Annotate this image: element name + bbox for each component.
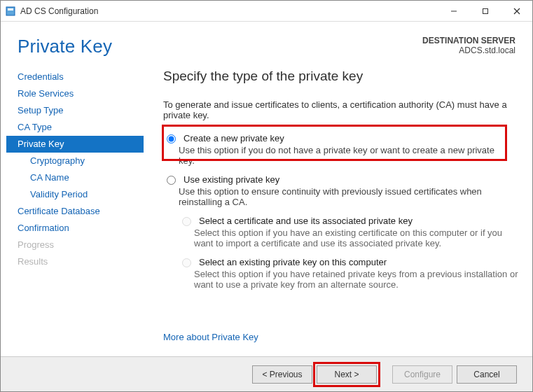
minimize-button[interactable]	[438, 1, 469, 21]
radio-select-cert-label: Select a certificate and use its associa…	[199, 216, 413, 226]
sidebar-item-setup-type[interactable]: Setup Type	[6, 102, 144, 119]
radio-select-existing-desc: Select this option if you have retained …	[194, 269, 518, 290]
sidebar-item-progress: Progress	[6, 237, 144, 253]
radio-create-new-desc: Use this option if you do not have a pri…	[179, 145, 510, 166]
configure-button[interactable]: Configure	[392, 365, 452, 384]
radio-select-cert-desc: Select this option if you have an existi…	[194, 227, 518, 248]
intro-text: To generate and issue certificates to cl…	[163, 99, 518, 120]
option-create-group: Create a new private key Use this option…	[158, 129, 515, 166]
radio-create-new-input[interactable]	[167, 134, 176, 144]
radio-use-existing[interactable]: Use existing private key	[163, 174, 518, 185]
previous-button[interactable]: < Previous	[252, 365, 312, 384]
body: CredentialsRole ServicesSetup TypeCA Typ…	[1, 63, 532, 356]
window: AD CS Configuration Private Key DESTINAT…	[0, 0, 533, 392]
window-title: AD CS Configuration	[20, 6, 98, 16]
radio-select-existing-label: Select an existing private key on this c…	[199, 257, 387, 267]
sub-options: Select a certificate and use its associa…	[179, 216, 518, 290]
destination-value: ADCS.std.local	[422, 46, 515, 55]
sidebar-item-cryptography[interactable]: Cryptography	[6, 153, 144, 169]
next-button[interactable]: Next >	[317, 365, 377, 384]
svg-rect-3	[483, 8, 487, 13]
maximize-button[interactable]	[469, 1, 501, 21]
radio-select-existing[interactable]: Select an existing private key on this c…	[179, 257, 518, 267]
sidebar-item-ca-type[interactable]: CA Type	[6, 119, 144, 136]
radio-select-cert-input[interactable]	[182, 217, 191, 226]
sidebar-item-private-key[interactable]: Private Key	[6, 136, 144, 153]
main-pane: Specify the type of the private key To g…	[144, 66, 532, 356]
cancel-button[interactable]: Cancel	[457, 365, 517, 384]
close-button[interactable]	[501, 1, 532, 21]
sidebar: CredentialsRole ServicesSetup TypeCA Typ…	[6, 66, 144, 356]
destination-label: DESTINATION SERVER	[422, 36, 515, 46]
destination-server: DESTINATION SERVER ADCS.std.local	[422, 36, 515, 55]
header: Private Key DESTINATION SERVER ADCS.std.…	[1, 22, 532, 63]
sidebar-item-results: Results	[6, 253, 144, 270]
app-icon	[5, 6, 16, 17]
radio-create-new[interactable]: Create a new private key	[163, 133, 510, 144]
svg-rect-1	[8, 8, 13, 10]
sidebar-item-ca-name[interactable]: CA Name	[6, 169, 144, 186]
radio-use-existing-label: Use existing private key	[184, 174, 279, 185]
window-controls	[438, 1, 532, 21]
radio-select-existing-input[interactable]	[182, 258, 191, 267]
sidebar-item-confirmation[interactable]: Confirmation	[6, 220, 144, 237]
titlebar: AD CS Configuration	[1, 1, 532, 22]
sidebar-item-credentials[interactable]: Credentials	[6, 69, 144, 85]
footer: < Previous Next > Configure Cancel	[1, 356, 532, 391]
radio-select-cert[interactable]: Select a certificate and use its associa…	[179, 216, 518, 226]
radio-use-existing-input[interactable]	[167, 176, 176, 185]
more-link[interactable]: More about Private Key	[163, 332, 258, 342]
sidebar-item-role-services[interactable]: Role Services	[6, 85, 144, 102]
page-title: Private Key	[18, 36, 112, 57]
radio-use-existing-desc: Use this option to ensure continuity wit…	[179, 186, 518, 207]
radio-create-new-label: Create a new private key	[184, 133, 284, 144]
main-heading: Specify the type of the private key	[163, 69, 518, 84]
svg-rect-0	[6, 7, 15, 15]
sidebar-item-certificate-database[interactable]: Certificate Database	[6, 203, 144, 220]
sidebar-item-validity-period[interactable]: Validity Period	[6, 186, 144, 203]
